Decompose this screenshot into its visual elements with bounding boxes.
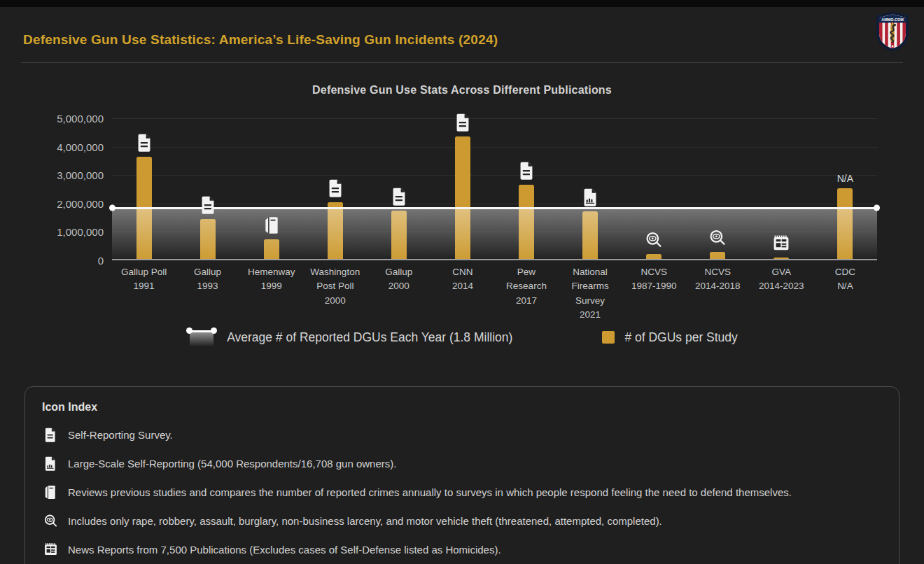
survey-icon	[391, 188, 407, 206]
average-line[interactable]	[112, 207, 877, 209]
ammo-shield-logo-graphic: AMMO.COM ★	[876, 11, 909, 52]
icon-index-item-1: Self-Reporting Survey.	[42, 426, 882, 443]
legend-label-dgus-per-study: # of DGUs per Study	[624, 330, 737, 345]
icon-index-item-2: Large-Scale Self-Reporting (54,000 Respo…	[42, 455, 882, 472]
icon-index-text: Self-Reporting Survey.	[68, 429, 173, 441]
icon-index-text: Large-Scale Self-Reporting (54,000 Respo…	[68, 458, 396, 470]
large-scale-icon	[582, 188, 598, 206]
x-axis-label: Gallup 2000	[364, 265, 434, 294]
average-line-endpoint-dot	[874, 205, 880, 211]
dgu-chart-section: Defensive Gun Use Stats Across Different…	[0, 84, 924, 347]
page-title: Defensive Gun Use Statistics: America’s …	[23, 32, 498, 48]
plot-wrap: 5,000,0004,000,0003,000,0002,000,0001,00…	[112, 118, 877, 260]
chart-legend: Average # of Reported DGUs Each Year (1.…	[0, 327, 924, 347]
survey-icon	[519, 162, 534, 180]
legend-band-dot	[211, 327, 217, 334]
x-axis-label: GVA 2014-2023	[746, 265, 816, 294]
x-axis-label: Hemenway 1999	[237, 265, 307, 294]
ammo-com-logo[interactable]: AMMO.COM ★	[876, 11, 909, 52]
chart-title: Defensive Gun Use Stats Across Different…	[0, 84, 924, 97]
icon-index-item-4: Includes only rape, robbery, assault, bu…	[42, 512, 882, 529]
large-scale-icon	[42, 456, 59, 471]
review-icon	[264, 216, 279, 234]
icon-index-text: Reviews previous studies and compares th…	[68, 486, 792, 498]
x-axis-label: Gallup Poll 1991	[109, 265, 179, 294]
survey-icon	[136, 134, 152, 152]
x-axis-label: CNN 2014	[428, 265, 498, 294]
legend-item-average[interactable]: Average # of Reported DGUs Each Year (1.…	[186, 327, 512, 347]
survey-icon	[455, 113, 470, 132]
average-line-endpoint-dot	[109, 205, 115, 211]
legend-label-average: Average # of Reported DGUs Each Year (1.…	[227, 330, 512, 345]
news-icon	[42, 542, 59, 557]
x-axis-label: CDC N/A	[810, 265, 880, 294]
x-axis-label: NCVS 2014-2018	[682, 265, 752, 294]
na-label: N/A	[837, 173, 853, 184]
header-divider	[21, 62, 903, 63]
plot-area: 5,000,0004,000,0003,000,0002,000,0001,00…	[112, 118, 877, 260]
survey-icon	[200, 196, 216, 214]
icon-index-item-3: Reviews previous studies and compares th…	[42, 484, 882, 500]
x-axis-label: National Firearms Survey 2021	[555, 265, 625, 322]
y-axis-tick-label: 2,000,000	[57, 197, 104, 209]
x-axis-label: Gallup 1993	[173, 265, 243, 294]
icon-index-item-5: News Reports from 7,500 Publications (Ex…	[42, 541, 882, 558]
survey-icon	[328, 179, 343, 197]
y-axis-tick-label: 4,000,000	[57, 141, 104, 153]
legend-band-box	[190, 332, 214, 347]
icon-index-text: Includes only rape, robbery, assault, bu…	[68, 515, 662, 527]
logo-wordmark: AMMO.COM	[881, 17, 904, 22]
icon-index-text: News Reports from 7,500 Publications (Ex…	[68, 544, 501, 556]
crime-subset-icon	[645, 231, 663, 249]
y-axis-tick-label: 5,000,000	[57, 113, 104, 125]
average-band-legend-icon	[186, 327, 217, 347]
y-axis-tick-label: 0	[98, 255, 104, 267]
y-axis-tick-label: 3,000,000	[57, 169, 104, 181]
crime-subset-icon	[42, 514, 59, 528]
review-icon	[42, 485, 59, 500]
legend-item-dgus-per-study[interactable]: # of DGUs per Study	[602, 330, 737, 345]
header: Defensive Gun Use Statistics: America’s …	[0, 7, 924, 62]
average-band	[112, 209, 877, 259]
icon-index-panel: Icon Index Self-Reporting Survey. Large-…	[24, 386, 899, 564]
news-icon	[772, 234, 790, 253]
top-strip	[0, 0, 924, 7]
icon-index-title: Icon Index	[42, 401, 882, 414]
x-axis-label: Pew Research 2017	[491, 265, 561, 308]
bar-color-swatch	[602, 331, 615, 344]
icon-index-items: Self-Reporting Survey. Large-Scale Self-…	[42, 426, 882, 558]
svg-text:★: ★	[890, 44, 894, 48]
x-axis-label: Washington Post Poll 2000	[300, 265, 370, 308]
x-axis-label: NCVS 1987-1990	[619, 265, 689, 294]
y-axis-tick-label: 1,000,000	[57, 226, 104, 238]
survey-icon	[42, 428, 59, 442]
crime-subset-icon	[708, 229, 727, 247]
